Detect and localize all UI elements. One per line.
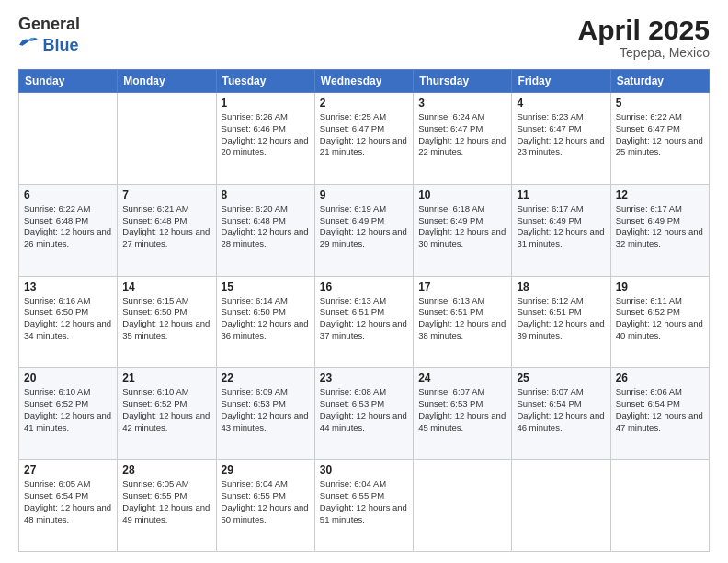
day-number: 16 [320, 281, 408, 293]
cell-info: Sunrise: 6:15 AM Sunset: 6:50 PM Dayligh… [122, 295, 210, 342]
cell-info: Sunrise: 6:26 AM Sunset: 6:46 PM Dayligh… [222, 111, 310, 158]
subtitle: Tepepa, Mexico [578, 45, 710, 60]
calendar-cell: 23Sunrise: 6:08 AM Sunset: 6:53 PM Dayli… [314, 368, 413, 460]
calendar-cell: 20Sunrise: 6:10 AM Sunset: 6:52 PM Dayli… [19, 368, 118, 460]
day-number: 14 [122, 281, 210, 293]
cell-info: Sunrise: 6:20 AM Sunset: 6:48 PM Dayligh… [222, 203, 310, 250]
calendar-cell: 13Sunrise: 6:16 AM Sunset: 6:50 PM Dayli… [19, 276, 118, 368]
day-number: 28 [122, 464, 210, 477]
day-number: 4 [517, 97, 605, 109]
cell-info: Sunrise: 6:16 AM Sunset: 6:50 PM Dayligh… [24, 295, 112, 342]
cell-info: Sunrise: 6:06 AM Sunset: 6:54 PM Dayligh… [616, 386, 704, 433]
cell-info: Sunrise: 6:12 AM Sunset: 6:51 PM Dayligh… [517, 295, 605, 342]
day-number: 5 [616, 97, 704, 109]
cell-info: Sunrise: 6:07 AM Sunset: 6:53 PM Dayligh… [418, 386, 506, 433]
cell-info: Sunrise: 6:10 AM Sunset: 6:52 PM Dayligh… [122, 386, 210, 433]
calendar-cell [414, 460, 512, 552]
calendar-cell: 10Sunrise: 6:18 AM Sunset: 6:49 PM Dayli… [414, 184, 512, 276]
cell-info: Sunrise: 6:17 AM Sunset: 6:49 PM Dayligh… [616, 203, 704, 250]
day-number: 22 [222, 372, 310, 385]
day-number: 8 [222, 189, 310, 201]
cell-info: Sunrise: 6:04 AM Sunset: 6:55 PM Dayligh… [222, 478, 310, 525]
cell-info: Sunrise: 6:22 AM Sunset: 6:47 PM Dayligh… [616, 111, 704, 158]
calendar-cell: 11Sunrise: 6:17 AM Sunset: 6:49 PM Dayli… [512, 184, 610, 276]
cell-info: Sunrise: 6:05 AM Sunset: 6:54 PM Dayligh… [24, 478, 112, 525]
cell-info: Sunrise: 6:14 AM Sunset: 6:50 PM Dayligh… [222, 295, 310, 342]
cell-info: Sunrise: 6:04 AM Sunset: 6:55 PM Dayligh… [320, 478, 408, 525]
day-number: 3 [418, 97, 506, 109]
calendar-cell [610, 460, 709, 552]
day-number: 23 [320, 372, 408, 385]
col-header-wednesday: Wednesday [314, 70, 413, 93]
day-number: 26 [616, 372, 704, 385]
day-number: 25 [517, 372, 605, 385]
calendar-cell: 18Sunrise: 6:12 AM Sunset: 6:51 PM Dayli… [512, 276, 610, 368]
calendar-cell: 27Sunrise: 6:05 AM Sunset: 6:54 PM Dayli… [19, 460, 118, 552]
calendar-cell: 29Sunrise: 6:04 AM Sunset: 6:55 PM Dayli… [216, 460, 314, 552]
calendar-cell [118, 93, 216, 185]
cell-info: Sunrise: 6:10 AM Sunset: 6:52 PM Dayligh… [24, 386, 112, 433]
day-number: 21 [122, 372, 210, 385]
day-number: 11 [517, 189, 605, 201]
day-number: 12 [616, 189, 704, 201]
day-number: 29 [222, 464, 310, 477]
calendar-cell: 3Sunrise: 6:24 AM Sunset: 6:47 PM Daylig… [414, 93, 512, 185]
day-number: 2 [320, 97, 408, 109]
calendar-cell: 6Sunrise: 6:22 AM Sunset: 6:48 PM Daylig… [19, 184, 118, 276]
col-header-tuesday: Tuesday [216, 70, 314, 93]
logo-blue: Blue [42, 36, 78, 54]
col-header-saturday: Saturday [610, 70, 709, 93]
day-number: 20 [24, 372, 112, 385]
cell-info: Sunrise: 6:19 AM Sunset: 6:49 PM Dayligh… [320, 203, 408, 250]
week-row-2: 13Sunrise: 6:16 AM Sunset: 6:50 PM Dayli… [19, 276, 710, 368]
calendar-cell: 2Sunrise: 6:25 AM Sunset: 6:47 PM Daylig… [314, 93, 413, 185]
day-number: 6 [24, 189, 112, 201]
col-header-friday: Friday [512, 70, 610, 93]
cell-info: Sunrise: 6:21 AM Sunset: 6:48 PM Dayligh… [122, 203, 210, 250]
calendar-cell: 7Sunrise: 6:21 AM Sunset: 6:48 PM Daylig… [118, 184, 216, 276]
logo-general: General [18, 15, 80, 33]
logo: General Blue [18, 15, 80, 55]
calendar-cell: 17Sunrise: 6:13 AM Sunset: 6:51 PM Dayli… [414, 276, 512, 368]
calendar-cell: 30Sunrise: 6:04 AM Sunset: 6:55 PM Dayli… [314, 460, 413, 552]
calendar-cell: 1Sunrise: 6:26 AM Sunset: 6:46 PM Daylig… [216, 93, 314, 185]
calendar-cell: 14Sunrise: 6:15 AM Sunset: 6:50 PM Dayli… [118, 276, 216, 368]
day-number: 30 [320, 464, 408, 477]
calendar-cell: 12Sunrise: 6:17 AM Sunset: 6:49 PM Dayli… [610, 184, 709, 276]
cell-info: Sunrise: 6:18 AM Sunset: 6:49 PM Dayligh… [418, 203, 506, 250]
day-number: 24 [418, 372, 506, 385]
cell-info: Sunrise: 6:09 AM Sunset: 6:53 PM Dayligh… [222, 386, 310, 433]
cell-info: Sunrise: 6:11 AM Sunset: 6:52 PM Dayligh… [616, 295, 704, 342]
day-number: 13 [24, 281, 112, 293]
header: General Blue April 2025 Tepepa, Mexico [18, 15, 710, 60]
day-number: 10 [418, 189, 506, 201]
week-row-0: 1Sunrise: 6:26 AM Sunset: 6:46 PM Daylig… [19, 93, 710, 185]
calendar-cell: 15Sunrise: 6:14 AM Sunset: 6:50 PM Dayli… [216, 276, 314, 368]
calendar-cell: 5Sunrise: 6:22 AM Sunset: 6:47 PM Daylig… [610, 93, 709, 185]
calendar-cell: 19Sunrise: 6:11 AM Sunset: 6:52 PM Dayli… [610, 276, 709, 368]
calendar-cell: 26Sunrise: 6:06 AM Sunset: 6:54 PM Dayli… [610, 368, 709, 460]
col-header-thursday: Thursday [414, 70, 512, 93]
cell-info: Sunrise: 6:08 AM Sunset: 6:53 PM Dayligh… [320, 386, 408, 433]
cell-info: Sunrise: 6:22 AM Sunset: 6:48 PM Dayligh… [24, 203, 112, 250]
calendar-cell: 9Sunrise: 6:19 AM Sunset: 6:49 PM Daylig… [314, 184, 413, 276]
cell-info: Sunrise: 6:23 AM Sunset: 6:47 PM Dayligh… [517, 111, 605, 158]
calendar-cell [19, 93, 118, 185]
page: General Blue April 2025 Tepepa, Mexico S… [0, 0, 728, 563]
week-row-1: 6Sunrise: 6:22 AM Sunset: 6:48 PM Daylig… [19, 184, 710, 276]
calendar-cell: 28Sunrise: 6:05 AM Sunset: 6:55 PM Dayli… [118, 460, 216, 552]
cell-info: Sunrise: 6:25 AM Sunset: 6:47 PM Dayligh… [320, 111, 408, 158]
calendar-cell [512, 460, 610, 552]
title-block: April 2025 Tepepa, Mexico [578, 15, 710, 60]
week-row-4: 27Sunrise: 6:05 AM Sunset: 6:54 PM Dayli… [19, 460, 710, 552]
cell-info: Sunrise: 6:13 AM Sunset: 6:51 PM Dayligh… [320, 295, 408, 342]
calendar-cell: 24Sunrise: 6:07 AM Sunset: 6:53 PM Dayli… [414, 368, 512, 460]
logo-bird-icon [18, 34, 39, 51]
calendar-cell: 25Sunrise: 6:07 AM Sunset: 6:54 PM Dayli… [512, 368, 610, 460]
col-header-monday: Monday [118, 70, 216, 93]
calendar-cell: 22Sunrise: 6:09 AM Sunset: 6:53 PM Dayli… [216, 368, 314, 460]
calendar-cell: 8Sunrise: 6:20 AM Sunset: 6:48 PM Daylig… [216, 184, 314, 276]
day-number: 15 [222, 281, 310, 293]
cell-info: Sunrise: 6:05 AM Sunset: 6:55 PM Dayligh… [122, 478, 210, 525]
day-number: 17 [418, 281, 506, 293]
